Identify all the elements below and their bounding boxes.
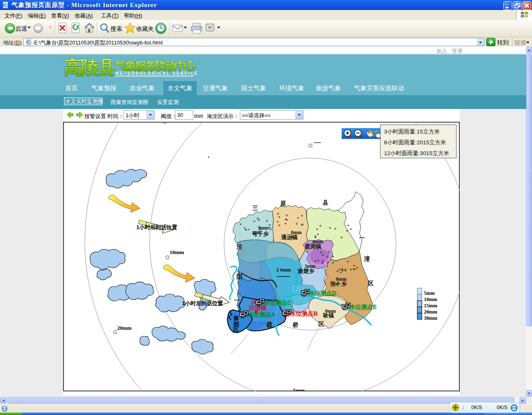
svg-text:高陵县: 高陵县 [64, 57, 116, 77]
svg-text:1小时后到达位置: 1小时后到达位置 [182, 300, 223, 306]
svg-text:5mm: 5mm [424, 290, 435, 296]
svg-text:20mm: 20mm [117, 325, 132, 331]
svg-text:区: 区 [233, 326, 239, 333]
svg-text:1小时后到达位置: 1小时后到达位置 [136, 224, 177, 230]
svg-text:12小时面雨量:3015立方米: 12小时面雨量:3015立方米 [384, 150, 449, 156]
svg-text:20mm: 20mm [424, 309, 437, 315]
svg-text:0mm: 0mm [313, 239, 323, 245]
svg-text:气象服务联动中心: 气象服务联动中心 [114, 59, 197, 72]
svg-text:三: 三 [252, 205, 258, 211]
svg-text:一: 一 [234, 297, 240, 304]
svg-text:原: 原 [280, 200, 286, 207]
svg-text:区: 区 [318, 321, 324, 327]
svg-text:5mm: 5mm [293, 387, 305, 391]
svg-text:水位测点C: 水位测点C [264, 299, 291, 306]
svg-text:弯子乡: 弯子乡 [251, 231, 269, 237]
svg-text:水位测点A: 水位测点A [247, 311, 275, 318]
svg-text:0mm: 0mm [291, 230, 302, 235]
svg-text:阳: 阳 [236, 273, 242, 280]
svg-text:3mm: 3mm [305, 263, 315, 269]
svg-text:2 6mm: 2 6mm [276, 267, 291, 273]
svg-text:0mm: 0mm [336, 276, 347, 282]
svg-text:桥: 桥 [292, 321, 299, 328]
svg-text:3小时面雨量:15立方米: 3小时面雨量:15立方米 [384, 128, 440, 135]
svg-text:6小时面雨量:2015立方米: 6小时面雨量:2015立方米 [384, 139, 446, 146]
svg-text:县: 县 [323, 199, 328, 206]
svg-text:区: 区 [368, 280, 374, 287]
svg-text:霸: 霸 [266, 321, 272, 328]
svg-text:METEOROLOGICAL SERVICE: METEOROLOGICAL SERVICE [116, 71, 198, 76]
svg-text:水位测点D: 水位测点D [308, 290, 336, 296]
svg-text:15mm: 15mm [424, 303, 437, 309]
svg-text:0mm: 0mm [325, 308, 336, 314]
svg-text:10mm: 10mm [170, 249, 184, 255]
svg-text:水位测点E: 水位测点E [349, 304, 377, 310]
svg-text:30mm: 30mm [424, 315, 437, 321]
svg-text:10mm: 10mm [424, 296, 437, 302]
svg-text:一: 一 [359, 235, 365, 241]
svg-text:3mm: 3mm [258, 225, 268, 231]
svg-text:水位测点B: 水位测点B [290, 310, 318, 317]
svg-text:泾: 泾 [236, 243, 242, 250]
svg-text:潼: 潼 [364, 255, 370, 262]
